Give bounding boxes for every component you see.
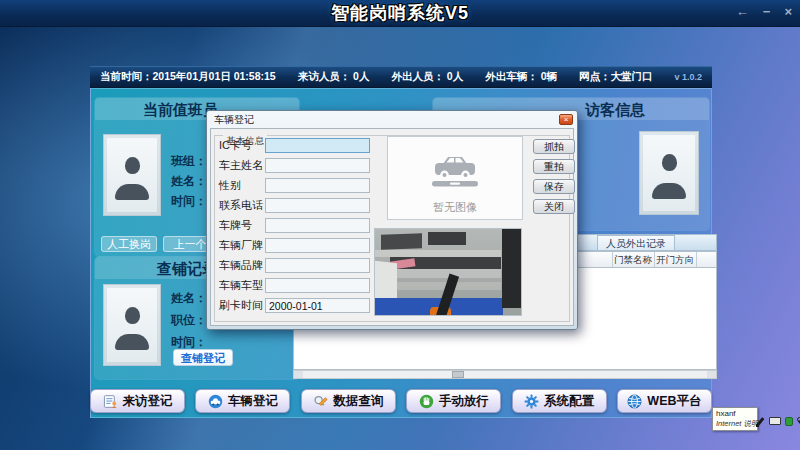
app-title: 智能岗哨系统V5 <box>0 0 800 26</box>
vehicle-model-input[interactable] <box>265 278 370 293</box>
wrench-icon[interactable] <box>796 417 800 427</box>
manual-shift-button[interactable]: 人工换岗 <box>101 236 157 252</box>
col-door-name: 门禁名称 <box>613 254 653 267</box>
toolbar-button-label: 车辆登记 <box>228 393 278 410</box>
scroll-right-arrow[interactable] <box>707 371 716 378</box>
column-divider <box>696 252 697 267</box>
patrol-photo <box>103 284 161 366</box>
vehicle-brand-label: 车辆品牌 <box>219 258 265 273</box>
out-vehicle-count: 外出车辆： 0辆 <box>485 70 557 84</box>
plate-number-input[interactable] <box>265 218 370 233</box>
person-silhouette-icon <box>107 138 157 212</box>
duty-time-label: 时间： <box>171 193 207 210</box>
version-label: v 1.0.2 <box>674 72 702 82</box>
gender-label: 性别 <box>219 178 265 193</box>
bottom-toolbar: 来访登记 车辆登记 数据查询 <box>90 388 712 414</box>
vehicle-make-label: 车辆厂牌 <box>219 238 265 253</box>
statusbar: 当前时间：2015年01月01日 01:58:15 来访人员： 0人 外出人员：… <box>90 66 712 88</box>
scroll-left-arrow[interactable] <box>294 371 303 378</box>
dialog-client-area: 基本信息 IC卡号 车主姓名 性别 联系电话 车牌号 车辆厂牌 车辆品牌 车辆车… <box>210 128 574 326</box>
toolbar-button-label: 来访登记 <box>123 393 173 410</box>
manual-release-button[interactable]: 手动放行 <box>406 389 501 413</box>
car-icon <box>429 151 481 189</box>
system-config-button[interactable]: 系统配置 <box>512 389 607 413</box>
vehicle-register-button[interactable]: 车辆登记 <box>195 389 290 413</box>
patrol-position-label: 职位： <box>171 312 207 329</box>
phone-input[interactable] <box>265 198 370 213</box>
ime-language-bar <box>756 417 800 428</box>
ime-mode-icon[interactable] <box>785 417 793 426</box>
toolbar-button-label: 手动放行 <box>439 393 489 410</box>
person-silhouette-icon <box>107 288 157 362</box>
capture-button[interactable]: 抓拍 <box>533 139 575 154</box>
ime-primary-text: hxanf <box>716 409 754 419</box>
back-icon[interactable]: ← <box>736 4 749 19</box>
visitor-photo <box>639 131 699 215</box>
system-config-icon <box>524 394 539 409</box>
web-platform-button[interactable]: WEB平台 <box>617 389 712 413</box>
retake-button[interactable]: 重拍 <box>533 159 575 174</box>
manual-release-icon <box>419 394 434 409</box>
ic-card-label: IC卡号 <box>219 138 265 153</box>
minimize-icon[interactable]: − <box>763 4 771 19</box>
patrol-register-button[interactable]: 查铺登记 <box>173 349 233 366</box>
visitor-register-button[interactable]: 来访登记 <box>90 389 185 413</box>
toolbar-button-label: 系统配置 <box>544 393 594 410</box>
keyboard-icon[interactable] <box>769 417 781 425</box>
tab-person-out-records[interactable]: 人员外出记录 <box>597 235 675 250</box>
close-icon[interactable]: × <box>784 4 792 19</box>
snapshot-placeholder: 暂无图像 <box>387 136 523 220</box>
scroll-thumb[interactable] <box>452 371 464 378</box>
plate-number-label: 车牌号 <box>219 218 265 233</box>
window-controls: ← − × <box>736 4 792 19</box>
swipe-time-input[interactable] <box>265 298 370 313</box>
owner-name-label: 车主姓名 <box>219 158 265 173</box>
swipe-time-label: 刷卡时间 <box>219 298 265 313</box>
toolbar-button-label: 数据查询 <box>333 393 383 410</box>
ic-card-input[interactable] <box>265 138 370 153</box>
close-icon: × <box>564 115 569 124</box>
web-platform-icon <box>627 394 642 409</box>
toolbar-button-label: WEB平台 <box>647 393 701 410</box>
vehicle-make-input[interactable] <box>265 238 370 253</box>
vehicle-brand-input[interactable] <box>265 258 370 273</box>
ime-tooltip: hxanf Internet 说明 <box>712 407 758 431</box>
duty-photo <box>103 134 161 216</box>
phone-label: 联系电话 <box>219 198 265 213</box>
data-query-button[interactable]: 数据查询 <box>301 389 396 413</box>
vehicle-register-icon <box>208 394 223 409</box>
app-titlebar: 智能岗哨系统V5 ← − × <box>0 0 800 27</box>
h-scrollbar[interactable] <box>293 370 717 379</box>
col-open-direction: 开门方向 <box>655 254 695 267</box>
dialog-title: 车辆登记 <box>214 113 254 127</box>
camera-feed <box>374 228 522 316</box>
person-silhouette-icon <box>643 135 695 211</box>
ime-secondary-text: Internet 说明 <box>716 419 754 428</box>
vehicle-registration-dialog: 车辆登记 × 基本信息 IC卡号 车主姓名 性别 联系电话 车牌号 车辆厂牌 车… <box>206 110 578 330</box>
site-name: 网点：大堂门口 <box>579 70 653 84</box>
desktop: 智能岗哨系统V5 ← − × 当前时间：2015年01月01日 01:58:15… <box>0 0 800 450</box>
duty-name-label: 姓名： <box>171 173 207 190</box>
no-image-text: 暂无图像 <box>388 200 522 215</box>
owner-name-input[interactable] <box>265 158 370 173</box>
duty-group-label: 班组： <box>171 153 207 170</box>
data-query-icon <box>313 394 328 409</box>
out-person-count: 外出人员： 0人 <box>391 70 463 84</box>
gender-input[interactable] <box>265 178 370 193</box>
save-button[interactable]: 保存 <box>533 179 575 194</box>
visitor-count: 来访人员： 0人 <box>298 70 370 84</box>
current-time: 当前时间：2015年01月01日 01:58:15 <box>100 70 276 84</box>
vehicle-model-label: 车辆车型 <box>219 278 265 293</box>
dialog-close-button[interactable]: × <box>559 114 573 125</box>
visitor-register-icon <box>103 394 118 409</box>
ime-pen-icon[interactable] <box>756 417 765 427</box>
patrol-name-label: 姓名： <box>171 290 207 307</box>
close-button[interactable]: 关闭 <box>533 199 575 214</box>
visitor-panel-title: 访客信息 <box>585 101 645 120</box>
